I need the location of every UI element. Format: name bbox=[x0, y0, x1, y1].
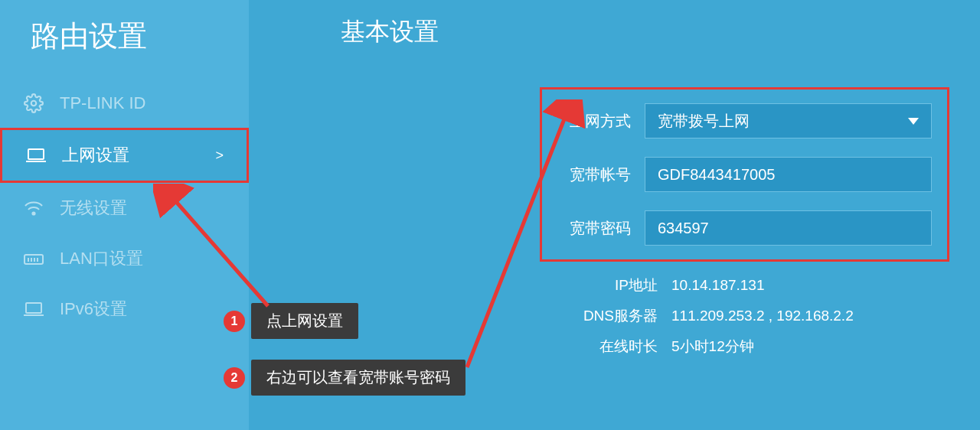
settings-highlight-box: 上网方式 宽带拨号上网 宽带帐号 GDF8443417005 宽带密码 6345… bbox=[540, 87, 949, 262]
input-value: GDF8443417005 bbox=[658, 166, 775, 184]
callout-badge-1: 1 bbox=[224, 311, 245, 332]
sidebar-item-label: IPv6设置 bbox=[60, 298, 226, 321]
field-label: 宽带帐号 bbox=[551, 165, 645, 185]
svg-rect-9 bbox=[26, 303, 41, 313]
broadband-password-input[interactable]: 634597 bbox=[645, 210, 932, 246]
info-label: IP地址 bbox=[534, 275, 671, 295]
field-broadband-account: 宽带帐号 GDF8443417005 bbox=[551, 157, 932, 192]
callout-badge-2: 2 bbox=[224, 367, 245, 389]
sidebar-item-internet-settings[interactable]: 上网设置 > bbox=[0, 128, 249, 183]
info-value: 5小时12分钟 bbox=[671, 337, 754, 357]
sidebar-title: 路由设置 bbox=[0, 0, 249, 79]
info-value: 10.14.187.131 bbox=[671, 277, 765, 294]
svg-rect-7 bbox=[34, 258, 35, 262]
wifi-icon bbox=[23, 197, 44, 219]
svg-point-3 bbox=[32, 212, 34, 214]
callout-1: 1 点上网设置 bbox=[251, 303, 358, 339]
info-dns: DNS服务器 111.209.253.2 , 192.168.2.2 bbox=[534, 306, 949, 326]
sidebar-item-ipv6-settings[interactable]: IPv6设置 bbox=[0, 284, 249, 334]
sidebar-item-label: 无线设置 bbox=[60, 197, 226, 220]
broadband-account-input[interactable]: GDF8443417005 bbox=[645, 157, 932, 192]
sidebar-item-lan-settings[interactable]: LAN口设置 bbox=[0, 233, 249, 284]
input-value: 634597 bbox=[658, 220, 709, 237]
gear-icon bbox=[23, 93, 44, 114]
select-value: 宽带拨号上网 bbox=[658, 111, 750, 132]
laptop-icon bbox=[25, 145, 47, 166]
callout-text: 点上网设置 bbox=[266, 311, 343, 331]
main-title: 基本设置 bbox=[341, 15, 949, 49]
callout-text: 右边可以查看宽带账号密码 bbox=[266, 367, 450, 388]
callout-2: 2 右边可以查看宽带账号密码 bbox=[251, 360, 466, 396]
svg-rect-8 bbox=[37, 258, 38, 262]
sidebar-item-label: 上网设置 bbox=[62, 144, 215, 167]
info-ip: IP地址 10.14.187.131 bbox=[534, 275, 949, 295]
laptop-icon bbox=[23, 298, 44, 320]
sidebar-item-wireless-settings[interactable]: 无线设置 bbox=[0, 183, 249, 233]
sidebar-item-label: TP-LINK ID bbox=[60, 93, 226, 113]
dropdown-triangle-icon bbox=[908, 118, 919, 125]
info-value: 111.209.253.2 , 192.168.2.2 bbox=[671, 308, 854, 324]
lan-port-icon bbox=[23, 248, 44, 269]
svg-point-0 bbox=[31, 101, 37, 106]
info-uptime: 在线时长 5小时12分钟 bbox=[534, 337, 949, 357]
svg-rect-1 bbox=[28, 149, 44, 159]
field-label: 宽带密码 bbox=[551, 218, 645, 239]
svg-rect-5 bbox=[28, 258, 29, 262]
connection-method-select[interactable]: 宽带拨号上网 bbox=[645, 103, 932, 138]
chevron-right-icon: > bbox=[215, 148, 224, 164]
field-broadband-password: 宽带密码 634597 bbox=[551, 210, 932, 246]
field-label: 上网方式 bbox=[551, 111, 645, 132]
sidebar: 路由设置 TP-LINK ID 上网设置 > 无线设置 LAN口设置 IPv6设… bbox=[0, 0, 249, 430]
info-label: 在线时长 bbox=[534, 337, 671, 357]
info-label: DNS服务器 bbox=[534, 306, 671, 326]
sidebar-item-tplink-id[interactable]: TP-LINK ID bbox=[0, 79, 249, 128]
sidebar-item-label: LAN口设置 bbox=[60, 247, 226, 270]
field-connection-method: 上网方式 宽带拨号上网 bbox=[551, 103, 932, 138]
svg-rect-6 bbox=[31, 258, 32, 262]
